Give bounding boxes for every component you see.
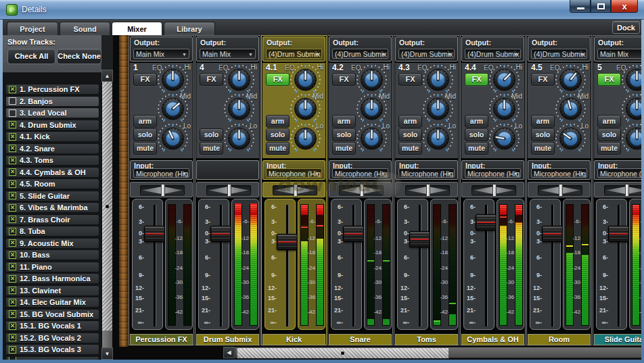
arm-button[interactable]: arm — [597, 115, 621, 128]
eq-mid-knob[interactable] — [555, 94, 586, 124]
check-all-button[interactable]: Check All — [7, 49, 55, 64]
dock-button[interactable]: Dock — [612, 21, 640, 34]
eq-hi-knob[interactable] — [157, 65, 189, 95]
fader-track[interactable] — [352, 205, 355, 326]
fader-track[interactable] — [551, 205, 554, 326]
scroll-left-button[interactable]: ◀ — [223, 347, 235, 358]
pan-handle[interactable] — [492, 184, 497, 197]
track-item[interactable]: ✕6. Vibes & Marimba — [5, 202, 99, 213]
track-item[interactable]: ✕15.2. BG Vocals 2 — [5, 333, 99, 343]
track-item[interactable]: ✕15. BG Vocal Submix — [5, 309, 99, 320]
track-checkbox[interactable]: ✕ — [9, 334, 16, 341]
output-select[interactable]: Main Mix▼ — [133, 49, 189, 59]
solo-button[interactable]: solo — [133, 128, 157, 141]
eq-lo-knob[interactable] — [223, 124, 255, 153]
pan-slider[interactable] — [538, 185, 582, 195]
strip-name[interactable]: Cymbals & OH — [461, 334, 524, 345]
track-item[interactable]: ✕12. Bass Harmonica — [5, 273, 99, 284]
track-checkbox[interactable]: ✕ — [9, 133, 16, 141]
eq-lo-knob[interactable] — [422, 124, 454, 153]
fader-handle[interactable] — [277, 234, 298, 250]
track-checkbox[interactable]: ✕ — [9, 157, 16, 164]
track-checkbox[interactable]: ✕ — [9, 275, 16, 283]
tab-library[interactable]: Library — [164, 22, 215, 35]
scroll-up-button[interactable]: ▲ — [101, 70, 113, 82]
fader-handle[interactable] — [608, 226, 629, 242]
arm-button[interactable]: arm — [133, 115, 157, 128]
fader-handle[interactable] — [409, 231, 430, 247]
fader-track[interactable] — [286, 205, 289, 326]
eq-lo-knob[interactable] — [290, 124, 321, 153]
fader-track[interactable] — [220, 205, 223, 326]
track-item[interactable]: 3. Lead Vocal — [5, 107, 99, 118]
track-checkbox[interactable]: ✕ — [9, 216, 16, 223]
output-select[interactable]: (4)Drum Submix▼ — [531, 49, 587, 59]
eq-mid-knob[interactable] — [290, 94, 321, 124]
arm-button[interactable]: arm — [398, 115, 422, 128]
pan-slider[interactable] — [604, 185, 641, 195]
fx-button[interactable]: FX — [465, 73, 488, 86]
track-item[interactable]: ✕15.1. BG Vocals 1 — [5, 320, 99, 331]
track-checkbox[interactable]: ✕ — [9, 121, 16, 128]
strip-name[interactable]: Room — [528, 334, 591, 345]
track-item[interactable]: ✕1. Percussion FX — [5, 84, 99, 95]
fader-track[interactable] — [419, 205, 421, 326]
output-select[interactable]: (4)Drum Submix▼ — [332, 49, 388, 59]
eq-hi-knob[interactable] — [488, 65, 520, 95]
eq-mid-knob[interactable] — [157, 94, 189, 124]
mute-button[interactable]: mute — [465, 142, 488, 155]
eq-mid-knob[interactable] — [621, 94, 641, 124]
eq-hi-knob[interactable] — [555, 65, 586, 95]
tab-sound[interactable]: Sound — [60, 22, 110, 35]
fader-handle[interactable] — [144, 226, 165, 242]
eq-hi-knob[interactable] — [223, 65, 255, 95]
h-scrollbar-track[interactable] — [235, 347, 641, 358]
mixer-scrollbar[interactable]: ◀ ▶ — [223, 347, 641, 358]
input-select[interactable]: Microphone (Hig...▼ — [465, 168, 521, 178]
input-select[interactable]: Microphone (Hig...▼ — [597, 168, 641, 178]
track-item[interactable] — [5, 356, 99, 360]
eq-mid-knob[interactable] — [488, 94, 520, 124]
mute-button[interactable]: mute — [332, 142, 356, 155]
maximize-button[interactable] — [591, 0, 611, 13]
close-button[interactable]: x — [611, 0, 638, 13]
scrollbar-thumb[interactable] — [102, 82, 112, 331]
arm-button[interactable]: arm — [531, 115, 555, 128]
track-checkbox[interactable]: ✕ — [9, 310, 16, 318]
track-checkbox[interactable]: ✕ — [9, 192, 16, 199]
tab-project[interactable]: Project — [7, 22, 58, 35]
eq-lo-knob[interactable] — [621, 124, 641, 153]
strip-name[interactable]: Kick — [262, 334, 325, 345]
eq-hi-knob[interactable] — [621, 65, 641, 95]
track-item[interactable]: ✕9. Acoustic Mix — [5, 238, 99, 249]
strip-name[interactable]: Percussion FX — [130, 334, 193, 345]
track-item[interactable]: ✕10. Bass — [5, 249, 99, 260]
output-select[interactable]: Main Mix▼ — [597, 49, 641, 59]
fx-button[interactable]: FX — [266, 73, 290, 86]
arm-button[interactable]: arm — [332, 115, 356, 128]
track-checkbox[interactable]: ✕ — [9, 251, 16, 259]
pan-handle[interactable] — [161, 184, 165, 197]
eq-lo-knob[interactable] — [356, 124, 388, 153]
mute-button[interactable]: mute — [133, 142, 157, 155]
track-item[interactable]: ✕4.2. Snare — [5, 143, 99, 154]
pan-handle[interactable] — [227, 184, 231, 197]
fader-handle[interactable] — [476, 214, 497, 231]
pan-slider[interactable] — [140, 185, 185, 195]
fader-track[interactable] — [154, 205, 156, 326]
track-checkbox[interactable]: ✕ — [9, 168, 16, 176]
strip-name[interactable]: Slide Guitar — [594, 334, 641, 345]
track-checkbox[interactable]: ✕ — [9, 346, 16, 354]
output-select[interactable]: (4)Drum Submix▼ — [398, 49, 455, 59]
track-checkbox[interactable]: ✕ — [9, 299, 16, 306]
fx-button[interactable]: FX — [531, 73, 555, 86]
solo-button[interactable]: solo — [266, 128, 290, 141]
mute-button[interactable]: mute — [266, 142, 290, 155]
solo-button[interactable]: solo — [531, 128, 555, 141]
arm-button[interactable]: arm — [465, 115, 488, 128]
pan-slider[interactable] — [472, 185, 516, 195]
mute-button[interactable]: mute — [597, 142, 621, 155]
eq-hi-knob[interactable] — [422, 65, 454, 95]
output-select[interactable]: (4)Drum Submix▼ — [465, 49, 521, 59]
output-select[interactable]: Main Mix▼ — [200, 49, 256, 59]
